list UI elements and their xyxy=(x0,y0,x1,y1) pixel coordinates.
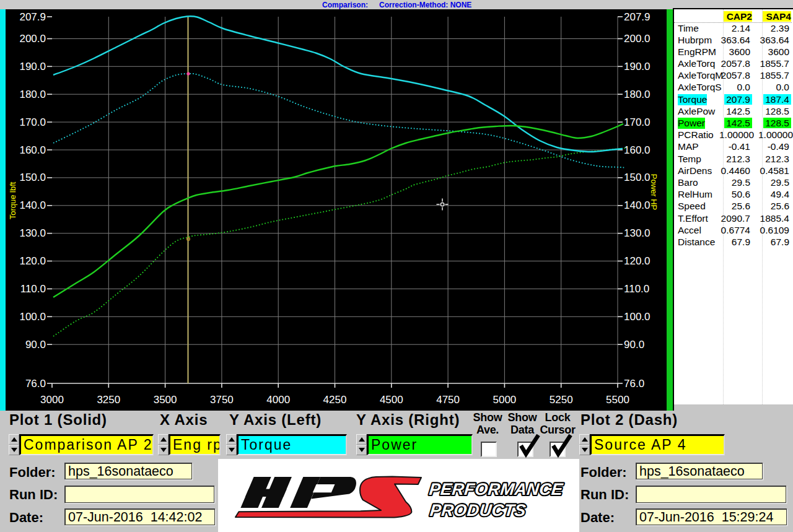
svg-text:3000: 3000 xyxy=(40,394,64,406)
svg-text:76.0: 76.0 xyxy=(624,378,644,390)
svg-text:3250: 3250 xyxy=(97,394,120,406)
svg-text:3500: 3500 xyxy=(154,394,177,406)
svg-text:130.0: 130.0 xyxy=(19,227,46,239)
svg-text:PERFORMANCE: PERFORMANCE xyxy=(428,479,564,499)
svg-text:120.0: 120.0 xyxy=(624,255,651,267)
svg-text:5000: 5000 xyxy=(493,394,516,406)
svg-text:4750: 4750 xyxy=(436,394,460,406)
svg-text:160.0: 160.0 xyxy=(624,144,651,156)
svg-text:110.0: 110.0 xyxy=(20,283,46,295)
svg-text:150.0: 150.0 xyxy=(19,172,46,183)
svg-text:Power HP: Power HP xyxy=(649,174,659,211)
svg-text:Torque lbft: Torque lbft xyxy=(8,181,17,219)
svg-text:5250: 5250 xyxy=(550,394,573,406)
svg-text:170.0: 170.0 xyxy=(624,116,651,128)
svg-text:180.0: 180.0 xyxy=(19,89,46,100)
svg-text:190.0: 190.0 xyxy=(624,61,651,72)
svg-text:90.0: 90.0 xyxy=(624,339,644,351)
svg-text:4500: 4500 xyxy=(380,394,403,406)
svg-text:160.0: 160.0 xyxy=(19,144,46,156)
svg-text:120.0: 120.0 xyxy=(19,255,46,267)
svg-text:110.0: 110.0 xyxy=(624,283,649,295)
svg-text:207.9: 207.9 xyxy=(19,11,46,23)
svg-text:3750: 3750 xyxy=(210,394,234,406)
svg-text:5500: 5500 xyxy=(606,394,629,406)
svg-text:100.0: 100.0 xyxy=(19,311,46,323)
svg-text:PRODUCTS: PRODUCTS xyxy=(429,500,527,520)
svg-text:150.0: 150.0 xyxy=(624,172,651,183)
svg-text:140.0: 140.0 xyxy=(19,199,46,211)
svg-text:180.0: 180.0 xyxy=(624,89,651,100)
svg-text:76.0: 76.0 xyxy=(25,378,46,390)
svg-text:140.0: 140.0 xyxy=(624,199,651,211)
svg-text:90.0: 90.0 xyxy=(25,339,46,351)
svg-text:190.0: 190.0 xyxy=(19,61,46,72)
svg-text:207.9: 207.9 xyxy=(624,11,651,23)
svg-text:170.0: 170.0 xyxy=(19,116,46,128)
svg-text:100.0: 100.0 xyxy=(624,311,651,323)
svg-text:4000: 4000 xyxy=(266,394,290,406)
svg-text:200.0: 200.0 xyxy=(624,33,651,45)
svg-text:4250: 4250 xyxy=(323,394,347,406)
svg-text:200.0: 200.0 xyxy=(19,33,46,45)
svg-text:130.0: 130.0 xyxy=(624,227,651,239)
